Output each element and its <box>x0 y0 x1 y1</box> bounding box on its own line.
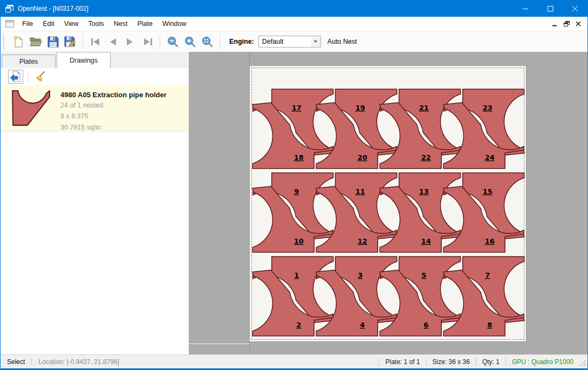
previous-plate-button[interactable] <box>104 33 121 50</box>
nest-part-number: 23 <box>483 104 493 112</box>
mdi-close-icon <box>576 22 581 26</box>
app-window: OpenNest - [N0317-002] File Edit View To… <box>0 0 588 370</box>
zoom-out-button[interactable] <box>164 33 181 50</box>
zoom-in-button[interactable] <box>181 33 199 50</box>
window-title: OpenNest - [N0317-002] <box>18 5 513 12</box>
nest-part-number: 4 <box>360 321 365 329</box>
mdi-restore-icon <box>564 21 570 26</box>
mdi-document-icon[interactable] <box>5 20 14 28</box>
toolbar-grip <box>3 35 5 49</box>
main-toolbar: Engine: Default Auto Nest <box>1 31 587 52</box>
menu-item-view[interactable]: View <box>59 18 84 30</box>
status-size: Size: 36 x 36 <box>433 358 470 366</box>
minimize-button[interactable] <box>513 1 538 17</box>
canvas-divider-line <box>189 344 250 344</box>
nest-part-number: 7 <box>485 271 490 279</box>
last-plate-button[interactable] <box>139 33 156 50</box>
status-bar: Select Location: [-0.9437, 21.8796] Plat… <box>1 354 587 368</box>
toolbar-separator <box>160 34 160 49</box>
import-drawing-button[interactable] <box>8 70 23 84</box>
status-qty: Qty: 1 <box>482 358 500 366</box>
close-button[interactable] <box>563 1 587 17</box>
first-plate-button[interactable] <box>87 33 104 50</box>
nest-part-number: 8 <box>487 321 492 329</box>
nest-canvas[interactable]: 171921231820222491113151012141613572468 <box>189 52 587 354</box>
resize-grip[interactable] <box>579 359 586 368</box>
mdi-minimize-icon <box>552 22 557 26</box>
plate: 171921231820222491113151012141613572468 <box>249 65 527 342</box>
drawings-toolbar-separator <box>28 71 28 83</box>
drawing-nested-count: 24 of 1 nested <box>60 101 167 110</box>
auto-nest-button[interactable]: Auto Nest <box>327 38 357 45</box>
menu-item-tools[interactable]: Tools <box>84 18 109 30</box>
status-separator <box>505 358 506 366</box>
open-button[interactable] <box>27 33 44 50</box>
menu-item-edit[interactable]: Edit <box>38 18 59 30</box>
zoom-fit-button[interactable] <box>199 33 216 50</box>
nest-part-number: 21 <box>419 104 429 112</box>
chevron-down-icon <box>314 41 317 43</box>
nest-part-number: 22 <box>421 153 431 162</box>
status-separator <box>379 358 379 366</box>
close-icon <box>572 6 578 12</box>
status-separator <box>426 358 427 366</box>
clear-button[interactable] <box>32 70 47 84</box>
toolbar-separator <box>220 34 220 49</box>
status-plate: Plate: 1 of 1 <box>385 358 420 366</box>
save-icon <box>47 36 59 48</box>
status-separator <box>476 358 476 366</box>
maximize-icon <box>548 6 553 12</box>
nest-part-number: 3 <box>358 271 363 279</box>
drawing-title: 4980 A05 Extraction pipe holder <box>60 91 167 99</box>
tab-strip: Plates Drawings <box>1 52 189 68</box>
menu-item-file[interactable]: File <box>17 18 38 30</box>
next-icon <box>126 38 134 46</box>
drawings-toolbar <box>1 68 189 85</box>
nest-part-number: 19 <box>355 104 365 112</box>
title-bar: OpenNest - [N0317-002] <box>1 1 587 17</box>
next-plate-button[interactable] <box>121 33 139 50</box>
nest-part-number: 10 <box>294 237 304 245</box>
save-as-button[interactable] <box>61 33 79 50</box>
nest-part-number: 5 <box>421 271 426 279</box>
first-icon <box>91 38 101 46</box>
mdi-restore-button[interactable] <box>560 18 572 29</box>
maximize-button[interactable] <box>538 1 563 17</box>
broom-icon <box>34 71 46 83</box>
mdi-minimize-button[interactable] <box>549 18 560 29</box>
tab-drawings[interactable]: Drawings <box>57 52 111 68</box>
drawing-area: 30.7815 sq/in <box>60 123 167 132</box>
zoom-in-icon <box>184 36 196 48</box>
nest-part-number: 17 <box>292 104 302 112</box>
nest-part-number: 6 <box>423 321 428 329</box>
nest-part-number: 20 <box>358 153 367 162</box>
status-separator <box>31 358 32 366</box>
tab-plates[interactable]: Plates <box>2 55 56 68</box>
nest-part-number: 15 <box>483 187 493 196</box>
plate-svg: 171921231820222491113151012141613572468 <box>250 66 527 342</box>
new-document-icon <box>12 35 24 48</box>
nest-part-number: 24 <box>485 153 495 162</box>
engine-dropdown-button[interactable] <box>311 36 320 47</box>
drawing-list-item[interactable]: 4980 A05 Extraction pipe holder 24 of 1 … <box>1 85 189 132</box>
new-button[interactable] <box>10 33 27 50</box>
previous-icon <box>108 38 117 46</box>
last-icon <box>142 38 153 46</box>
engine-select[interactable]: Default <box>258 36 321 48</box>
nest-part-number: 12 <box>358 237 367 245</box>
save-as-icon <box>64 36 76 48</box>
nest-part-number: 16 <box>485 237 495 245</box>
save-button[interactable] <box>44 33 61 50</box>
status-gpu: GPU : Quadro P1000 <box>512 358 573 366</box>
nest-part-number: 1 <box>294 271 299 279</box>
menu-item-nest[interactable]: Nest <box>109 18 133 30</box>
nest-part-number: 13 <box>419 187 429 196</box>
mdi-close-button[interactable] <box>572 18 584 29</box>
part-thumbnail <box>10 90 52 127</box>
menu-item-window[interactable]: Window <box>158 18 191 30</box>
sidebar-panel: Plates Drawings 4980 A05 Extraction pipe… <box>1 52 189 354</box>
menu-item-plate[interactable]: Plate <box>132 18 158 30</box>
import-drawing-icon <box>10 71 22 83</box>
nest-part-number: 2 <box>296 321 301 329</box>
minimize-icon <box>523 6 529 12</box>
